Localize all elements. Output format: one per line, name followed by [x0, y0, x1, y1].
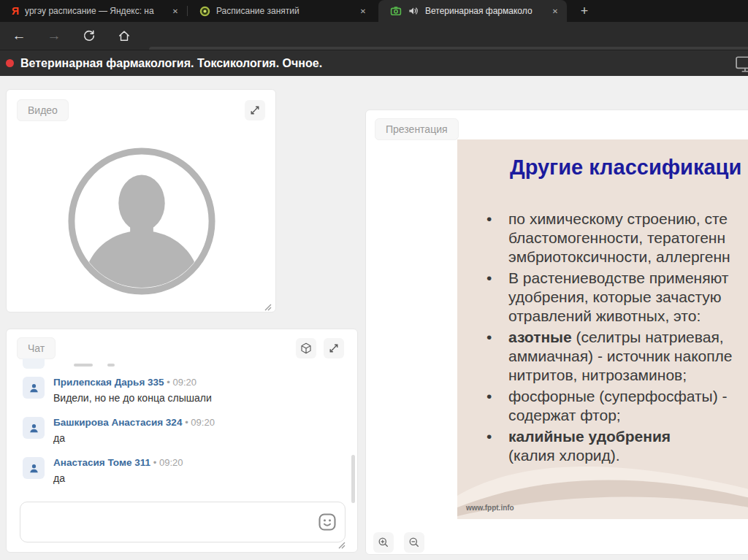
slide-bullet: • В растениеводстве применяют удобрения,…: [486, 269, 733, 326]
presentation-slide: Другие классификаци • по химическому стр…: [457, 139, 748, 519]
new-tab-button[interactable]: +: [576, 2, 593, 20]
participant-avatar: [66, 145, 218, 297]
close-icon[interactable]: ✕: [169, 5, 181, 17]
clipped-text: [74, 364, 93, 367]
chat-message: Анастасия Томе 311 • 09:20 да: [7, 450, 350, 491]
user-avatar-icon: [23, 377, 45, 399]
browser-tab-bar: Я ургэу расписание — Яндекс: на ✕ Распис…: [0, 0, 748, 22]
back-button[interactable]: ←: [7, 22, 31, 50]
close-icon[interactable]: ✕: [357, 5, 369, 17]
bullet-glyph: •: [486, 210, 508, 266]
bullet-glyph: •: [486, 387, 508, 425]
user-avatar-icon: [23, 417, 45, 439]
zoom-out-button[interactable]: [404, 532, 424, 553]
chat-input-box[interactable]: [20, 502, 346, 542]
chat-panel-label: Чат: [17, 337, 56, 359]
video-resize-handle[interactable]: [264, 301, 272, 308]
close-icon[interactable]: ✕: [549, 5, 561, 17]
speaker-icon[interactable]: [408, 5, 419, 17]
chat-expand-button[interactable]: [324, 338, 344, 358]
slide-title: Другие классификаци: [510, 156, 741, 180]
slide-bullet: • фосфорные (суперфосфаты) - содержат фт…: [486, 387, 733, 425]
schedule-favicon: [199, 6, 210, 17]
slide-bullet: • калийные удобрения (калия хлорид).: [486, 427, 733, 465]
screen-share-icon[interactable]: [736, 56, 748, 75]
clipped-avatar: [23, 358, 45, 369]
user-avatar-icon: [23, 457, 45, 479]
clipped-text: [107, 364, 115, 367]
chat-input[interactable]: [28, 508, 308, 539]
message-text: да: [53, 472, 183, 484]
clipped-message-remnant: [7, 358, 350, 370]
webinar-title: Ветеринарная фармакология. Токсикология.…: [20, 57, 322, 70]
message-author: Башкирова Анастасия 324 • 09:20: [53, 417, 215, 428]
message-author: Прилепская Дарья 335 • 09:20: [53, 377, 212, 388]
reload-button[interactable]: [77, 22, 101, 50]
video-expand-button[interactable]: [245, 100, 265, 120]
emoji-icon[interactable]: [317, 512, 337, 532]
message-time: 09:20: [159, 457, 183, 468]
bullet-glyph: •: [486, 427, 508, 465]
tab-title: ургэу расписание — Яндекс: на: [25, 6, 164, 16]
chat-cube-button[interactable]: [296, 338, 316, 358]
tab-webinar-active[interactable]: Ветеринарная фармаколо ✕: [378, 0, 567, 22]
browser-nav-bar: ← → https://pruffme.com/webinar/?id=e38e…: [0, 22, 748, 50]
chat-message: Прилепская Дарья 335 • 09:20 Видели, но …: [7, 370, 350, 410]
message-text: да: [53, 432, 215, 444]
zoom-in-button[interactable]: [373, 532, 394, 553]
bullet-glyph: •: [486, 269, 508, 326]
bullet-glyph: •: [486, 328, 508, 385]
slide-bullet: • по химическому строению, сте бластомог…: [486, 210, 733, 266]
tab-title: Расписание занятий: [216, 6, 351, 16]
message-time: 09:20: [173, 377, 197, 388]
yandex-favicon: Я: [12, 6, 19, 16]
tab-title: Ветеринарная фармаколо: [425, 6, 543, 16]
message-text: Видели, но не до конца слышали: [53, 392, 212, 404]
chat-panel: Чат Прилепская Дарья 335 • 09:20 Видели,…: [6, 329, 358, 553]
slide-bullet-list: • по химическому строению, сте бластомог…: [486, 210, 733, 467]
tab-schedule[interactable]: Расписание занятий ✕: [188, 0, 375, 22]
home-button[interactable]: [112, 22, 136, 50]
browser-window: Я ургэу расписание — Яндекс: на ✕ Распис…: [0, 0, 748, 560]
camera-favicon: [390, 5, 402, 17]
webinar-header: Ветеринарная фармакология. Токсикология.…: [0, 50, 748, 76]
forward-button[interactable]: →: [42, 22, 66, 50]
live-dot: [6, 59, 14, 67]
video-panel-label: Видео: [17, 99, 69, 121]
slide-footer-watermark: www.fppt.info: [466, 504, 514, 512]
tab-yandex-search[interactable]: Я ургэу расписание — Яндекс: на ✕: [0, 0, 187, 22]
presentation-panel: Презентация Другие классификаци • по хим…: [365, 110, 748, 555]
slide-bullet: • азотные (селитры натриевая, аммиачная)…: [486, 328, 733, 385]
message-time: 09:20: [191, 417, 215, 428]
message-author: Анастасия Томе 311 • 09:20: [53, 457, 183, 468]
chat-scrollbar[interactable]: [351, 455, 355, 503]
chat-message: Башкирова Анастасия 324 • 09:20 да: [7, 410, 350, 450]
chat-resize-handle[interactable]: [338, 539, 346, 546]
presentation-panel-label: Презентация: [375, 118, 459, 140]
video-panel: Видео: [6, 89, 276, 312]
